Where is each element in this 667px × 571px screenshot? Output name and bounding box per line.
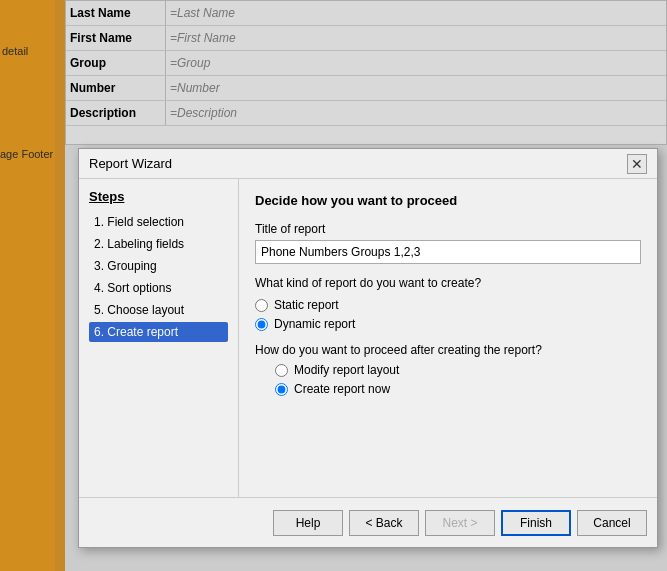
create-now-label: Create report now <box>294 382 390 396</box>
cancel-button[interactable]: Cancel <box>577 510 647 536</box>
step-item-1[interactable]: 1. Field selection <box>89 212 228 232</box>
create-now-radio[interactable] <box>275 383 288 396</box>
dialog-titlebar: Report Wizard ✕ <box>79 149 657 179</box>
back-button[interactable]: < Back <box>349 510 419 536</box>
step-item-2[interactable]: 2. Labeling fields <box>89 234 228 254</box>
report-type-radio-group: Static report Dynamic report <box>255 298 641 331</box>
static-report-option[interactable]: Static report <box>255 298 641 312</box>
modify-layout-radio[interactable] <box>275 364 288 377</box>
title-group: Title of report <box>255 222 641 264</box>
modify-layout-label: Modify report layout <box>294 363 399 377</box>
title-label: Title of report <box>255 222 641 236</box>
steps-panel: Steps 1. Field selection 2. Labeling fie… <box>79 179 239 497</box>
dynamic-report-option[interactable]: Dynamic report <box>255 317 641 331</box>
static-report-label: Static report <box>274 298 339 312</box>
dynamic-report-radio[interactable] <box>255 318 268 331</box>
dialog-body: Steps 1. Field selection 2. Labeling fie… <box>79 179 657 497</box>
report-type-label: What kind of report do you want to creat… <box>255 276 641 290</box>
static-report-radio[interactable] <box>255 299 268 312</box>
report-wizard-dialog: Report Wizard ✕ Steps 1. Field selection… <box>78 148 658 548</box>
report-type-group: What kind of report do you want to creat… <box>255 276 641 331</box>
dialog-footer: Help < Back Next > Finish Cancel <box>79 497 657 547</box>
step-item-4[interactable]: 4. Sort options <box>89 278 228 298</box>
close-button[interactable]: ✕ <box>627 154 647 174</box>
proceed-radio-group: Modify report layout Create report now <box>275 363 641 396</box>
dialog-title: Report Wizard <box>89 156 172 171</box>
modify-layout-option[interactable]: Modify report layout <box>275 363 641 377</box>
content-panel: Decide how you want to proceed Title of … <box>239 179 657 497</box>
content-heading: Decide how you want to proceed <box>255 193 641 208</box>
title-input[interactable] <box>255 240 641 264</box>
finish-button[interactable]: Finish <box>501 510 571 536</box>
next-button[interactable]: Next > <box>425 510 495 536</box>
steps-heading: Steps <box>89 189 228 204</box>
step-item-6[interactable]: 6. Create report <box>89 322 228 342</box>
step-item-3[interactable]: 3. Grouping <box>89 256 228 276</box>
create-now-option[interactable]: Create report now <box>275 382 641 396</box>
step-item-5[interactable]: 5. Choose layout <box>89 300 228 320</box>
dynamic-report-label: Dynamic report <box>274 317 355 331</box>
proceed-group: How do you want to proceed after creatin… <box>255 343 641 396</box>
help-button[interactable]: Help <box>273 510 343 536</box>
proceed-label: How do you want to proceed after creatin… <box>255 343 641 357</box>
